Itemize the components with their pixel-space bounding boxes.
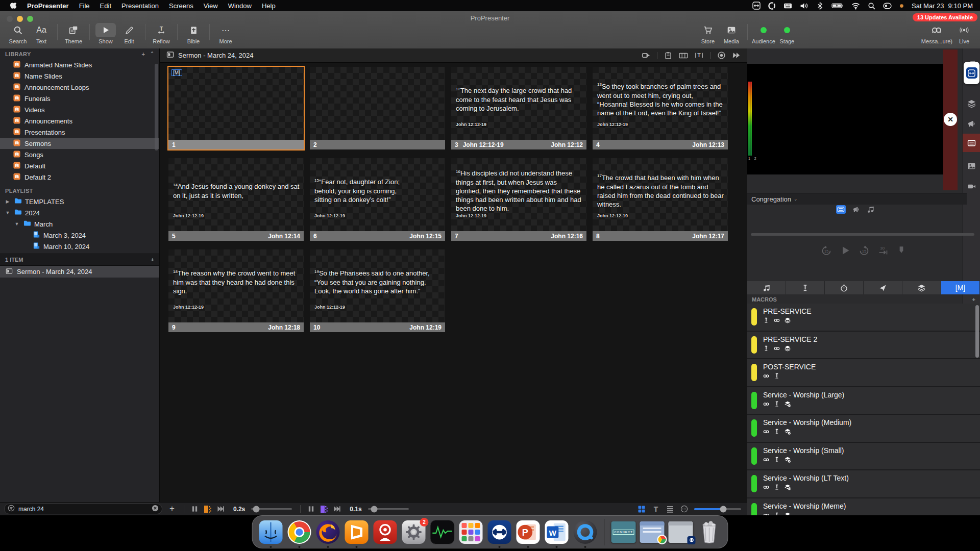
library-item-announcement-loops[interactable]: Announcement Loops (0, 82, 159, 93)
slide-10[interactable]: 19So the Pharisees said to one another, … (310, 249, 445, 332)
menu-item-presentation[interactable]: Presentation (116, 2, 164, 10)
side-tab-timer[interactable] (825, 281, 864, 294)
add-library-icon[interactable]: + (141, 51, 145, 57)
macro-row[interactable]: Service - Worship (Meme) (747, 498, 980, 516)
slider-knob[interactable] (253, 506, 259, 512)
keyboard-icon[interactable] (783, 2, 792, 10)
teamviewer-icon[interactable] (752, 2, 761, 10)
timeline-progress-bar[interactable] (751, 233, 974, 236)
menu-clock[interactable]: Sat Mar 239:10 PM (912, 2, 973, 10)
control-center-icon[interactable] (883, 2, 892, 10)
skip30-icon[interactable]: 30 (878, 245, 888, 256)
dock-minimized-window-connect[interactable]: CONNECT (611, 520, 636, 544)
side-tab-cue[interactable] (864, 281, 902, 294)
toolbar-stage-button[interactable]: Stage (775, 23, 799, 44)
dock-firefox-icon[interactable] (316, 520, 340, 544)
add-slide-button[interactable]: + (169, 504, 175, 514)
grid-view-icon[interactable] (638, 505, 646, 513)
add-macro-icon[interactable]: + (972, 296, 975, 303)
dock-finder-icon[interactable] (259, 520, 283, 544)
spotlight-icon[interactable] (868, 2, 875, 10)
sidebar-scrollbar[interactable] (155, 64, 158, 151)
menu-item-propresenter[interactable]: ProPresenter (22, 2, 74, 10)
library-item-announcements[interactable]: Announcements (0, 115, 159, 127)
transition-duration-slider[interactable] (251, 508, 292, 510)
collapse-library-icon[interactable]: ⌃ (150, 51, 154, 57)
library-item-name-slides[interactable]: Name Slides (0, 70, 159, 82)
transition-dissolve-icon[interactable] (320, 505, 328, 513)
side-tab-props[interactable] (786, 281, 825, 294)
library-item-default[interactable]: Default (0, 160, 159, 171)
macro-row[interactable]: PRE-SERVICE 2 (747, 332, 980, 360)
slide-9[interactable]: 18The reason why the crowd went to meet … (168, 249, 304, 332)
macro-row[interactable]: Service - Worship (Large) (747, 387, 980, 415)
dock-quicktime-icon[interactable] (573, 520, 598, 544)
library-item-default-2[interactable]: Default 2 (0, 171, 159, 183)
screen-selector[interactable]: Congregation ⌄ (747, 193, 967, 205)
playlist-node-march-3-2024[interactable]: March 3, 2024 (0, 230, 159, 241)
dock-activity-monitor-icon[interactable] (430, 520, 455, 544)
recording-dot-icon[interactable] (899, 4, 904, 8)
dock-word-icon[interactable]: W (545, 520, 569, 544)
fwd15-icon[interactable]: 15 (859, 245, 869, 256)
volume-icon[interactable] (800, 2, 808, 10)
slide-8[interactable]: 17The crowd that had been with him when … (593, 158, 728, 241)
auto-advance-icon[interactable] (642, 51, 650, 60)
teamviewer-popup[interactable] (964, 62, 979, 84)
slide-5[interactable]: 14And Jesus found a young donkey and sat… (168, 158, 304, 241)
dock-teamviewer-icon[interactable] (487, 520, 512, 544)
chevron-down-icon[interactable]: ▼ (13, 221, 20, 227)
toolbar-more-button[interactable]: ⋯More (214, 23, 237, 44)
transition-pause-icon[interactable] (191, 505, 199, 513)
back15-icon[interactable]: 15 (821, 245, 831, 256)
toolbar-search-button[interactable]: Search (6, 23, 30, 44)
filter-field[interactable] (4, 504, 162, 514)
macro-row[interactable]: Service - Worship (Small) (747, 443, 980, 471)
library-item-presentations[interactable]: Presentations (0, 127, 159, 138)
transition-pause-icon[interactable] (307, 505, 315, 513)
dock-launchpad-icon[interactable] (459, 520, 483, 544)
dock-chrome-icon[interactable] (287, 520, 312, 544)
chevron-down-icon[interactable]: ▼ (4, 210, 11, 215)
library-item-animated-name-slides[interactable]: Animated Name Slides (0, 59, 159, 70)
battery-icon[interactable] (831, 2, 844, 10)
layers-panel-icon[interactable] (963, 94, 980, 113)
playlist-node-2024[interactable]: ▼2024 (0, 207, 159, 218)
photo-panel-icon[interactable] (963, 157, 980, 175)
toolbar-theme-button[interactable]: Theme (62, 23, 85, 44)
transition-dissolve-icon[interactable] (204, 505, 212, 513)
macros-scrollbar[interactable] (975, 305, 979, 358)
playlist-presentation-item[interactable]: Sermon - March 24, 2024 (0, 266, 159, 278)
megaphone-filter-icon[interactable] (852, 206, 860, 213)
library-item-videos[interactable]: Videos (0, 104, 159, 115)
side-tab-music[interactable] (747, 281, 786, 294)
slidetext-filter-icon[interactable] (836, 205, 846, 214)
slide-3[interactable]: 12The next day the large crowd that had … (451, 67, 586, 149)
text-scale-icon[interactable]: T (695, 51, 703, 60)
chevron-right-icon[interactable]: ▶ (4, 199, 11, 204)
slide-size-menu-icon[interactable] (680, 505, 688, 513)
updates-badge[interactable]: 13 Updates Available (913, 13, 977, 21)
apple-logo-icon[interactable] (6, 2, 22, 10)
toolbar-reflow-button[interactable]: TReflow (150, 23, 173, 44)
toolbar-edit-button[interactable]: Edit (117, 23, 141, 44)
dock-system-settings-icon[interactable]: 2 (402, 520, 426, 544)
toolbar-text-button[interactable]: AaText (30, 23, 53, 44)
playlist-node-march-10-2024[interactable]: March 10, 2024 (0, 241, 159, 252)
toolbar-messages-button[interactable]: Messa...ure) (921, 23, 952, 44)
menu-item-file[interactable]: File (74, 2, 95, 10)
add-item-icon[interactable]: + (151, 257, 154, 263)
slide-6[interactable]: 15“Fear not, daughter of Zion; behold, y… (310, 158, 445, 241)
zoom-slider-knob[interactable] (720, 506, 727, 512)
slide-2[interactable]: 2 (310, 67, 445, 149)
library-item-songs[interactable]: Songs (0, 149, 159, 160)
macro-row[interactable]: POST-SERVICE (747, 359, 980, 387)
dock-red-broadcast-icon[interactable] (373, 520, 398, 544)
notes-icon[interactable] (664, 52, 672, 60)
side-tab-macros[interactable]: [M] (941, 281, 980, 294)
clear-filter-icon[interactable] (152, 505, 159, 514)
side-tab-layers[interactable] (902, 281, 941, 294)
toolbar-media-button[interactable]: Media (720, 23, 743, 44)
transition-duration-slider[interactable] (368, 508, 409, 510)
next-cue-icon[interactable] (732, 51, 741, 60)
